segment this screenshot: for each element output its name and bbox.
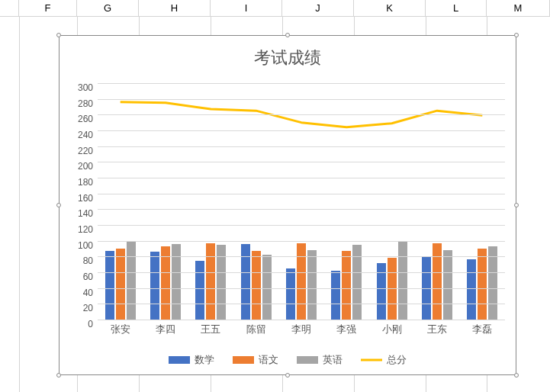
plot-area: 0204060801001201401601802002202402602803… (98, 83, 505, 320)
bar (388, 258, 397, 320)
bar (241, 244, 250, 320)
y-tick-label: 160 (78, 193, 93, 204)
resize-handle[interactable] (56, 33, 61, 37)
bar (342, 251, 351, 320)
column-header-cell[interactable]: L (426, 0, 487, 17)
column-header-cell[interactable]: M (487, 0, 550, 17)
chart-title: 考试成绩 (60, 36, 516, 72)
bar-group (188, 83, 233, 320)
bar (195, 261, 204, 320)
bar-group (414, 83, 459, 320)
legend-swatch-line (361, 355, 382, 365)
bar-group (98, 83, 143, 320)
bar (443, 250, 452, 320)
x-tick-label: 小刚 (369, 323, 414, 336)
chart-object[interactable]: 考试成绩 02040608010012014016018020022024026… (59, 35, 516, 375)
bar (116, 249, 125, 320)
legend-swatch (233, 356, 254, 364)
column-header-cell[interactable]: J (282, 0, 354, 17)
resize-handle[interactable] (514, 203, 519, 207)
y-tick-label: 140 (78, 208, 93, 219)
column-header-cell[interactable]: F (19, 0, 77, 17)
bar-group (324, 83, 369, 320)
x-tick-label: 李四 (143, 323, 188, 336)
x-tick-label: 李强 (324, 323, 369, 336)
y-axis: 0204060801001201401601802002202402602803… (67, 83, 95, 320)
legend-item: 英语 (297, 353, 343, 367)
bar-groups (98, 83, 505, 320)
resize-handle[interactable] (56, 203, 61, 207)
column-header-cell[interactable]: G (77, 0, 139, 17)
x-tick-label: 李明 (278, 323, 323, 336)
bar (331, 271, 340, 320)
y-tick-label: 300 (78, 82, 93, 93)
bar (467, 259, 476, 320)
x-tick-label: 王东 (414, 323, 459, 336)
legend-label: 英语 (323, 353, 343, 367)
y-tick-label: 0 (88, 319, 93, 329)
x-tick-label: 张安 (98, 323, 143, 336)
bar (127, 242, 136, 320)
bar (206, 243, 215, 320)
y-tick-label: 240 (78, 130, 93, 140)
legend-swatch (297, 356, 318, 364)
bar (286, 268, 295, 320)
y-tick-label: 180 (78, 177, 93, 188)
resize-handle[interactable] (514, 373, 519, 378)
y-tick-label: 260 (78, 114, 93, 124)
x-tick-label: 王五 (188, 323, 233, 336)
y-tick-label: 120 (78, 224, 93, 235)
bar (252, 251, 261, 320)
bar-group (143, 83, 188, 320)
y-tick-label: 100 (78, 240, 93, 251)
bar (105, 251, 114, 320)
legend-item: 总分 (361, 353, 407, 367)
y-tick-label: 40 (83, 288, 93, 298)
legend-item: 语文 (233, 353, 278, 367)
bar (150, 252, 159, 320)
bar-group (278, 83, 323, 320)
resize-handle[interactable] (514, 33, 519, 37)
column-header-cell[interactable]: H (139, 0, 211, 17)
y-tick-label: 20 (83, 303, 93, 313)
resize-handle[interactable] (285, 33, 290, 37)
y-tick-label: 80 (83, 255, 93, 266)
y-tick-label: 280 (78, 98, 93, 109)
y-tick-label: 220 (78, 146, 93, 156)
bar-group (369, 83, 414, 320)
legend-swatch (169, 356, 190, 364)
column-headers: FGHIJKLM (0, 0, 550, 17)
legend-label: 语文 (259, 353, 278, 367)
bar (433, 243, 442, 320)
bar (307, 250, 317, 320)
x-tick-label: 陈留 (233, 323, 278, 336)
bar (172, 244, 181, 320)
legend-label: 总分 (387, 353, 407, 367)
resize-handle[interactable] (56, 373, 61, 378)
bar (398, 242, 407, 320)
bar (478, 249, 487, 320)
x-axis-labels: 张安李四王五陈留李明李强小刚王东李磊 (98, 323, 505, 336)
legend-label: 数学 (195, 353, 214, 367)
bar (262, 255, 272, 320)
resize-handle[interactable] (285, 373, 290, 378)
y-tick-label: 60 (83, 272, 93, 282)
column-header-cell[interactable] (0, 0, 19, 17)
bar-group (460, 83, 505, 320)
bar-group (233, 83, 278, 320)
bar (377, 263, 386, 320)
bar (297, 243, 306, 320)
x-tick-label: 李磊 (460, 323, 505, 336)
legend: 数学 语文 英语 总分 (60, 353, 516, 367)
column-header-cell[interactable]: K (354, 0, 426, 17)
legend-item: 数学 (169, 353, 214, 367)
column-header-cell[interactable]: I (211, 0, 282, 17)
y-tick-label: 200 (78, 161, 93, 172)
